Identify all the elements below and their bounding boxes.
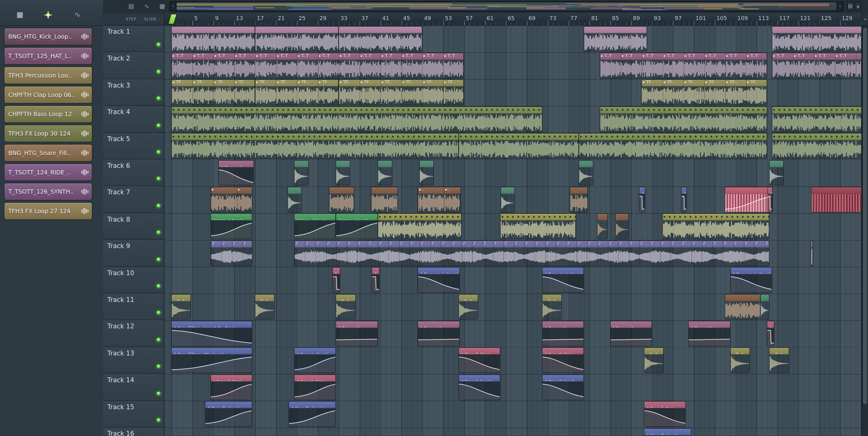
playlist-tool-icon-1[interactable]: ▤ (126, 2, 136, 11)
audio-clip[interactable]: ▸ (330, 187, 354, 212)
slide-led[interactable] (159, 17, 162, 21)
audio-clip[interactable]: ▸ T..T▸ T..T▸ T..T▸ T..T (772, 53, 861, 78)
track-header[interactable]: Track 8... (103, 213, 164, 240)
audio-clip[interactable]: ▸ (770, 160, 783, 185)
scroll-right-icon[interactable]: › (837, 2, 843, 11)
automation-clip[interactable]: ♪ Free F..Freq (542, 348, 584, 373)
playlist-tool-icon-3[interactable]: ▦ (157, 2, 167, 11)
automation-clip[interactable]: ♪ Free F..Freq (211, 375, 252, 400)
panel-toggle-icon[interactable]: ▤ (847, 1, 854, 11)
audio-clip[interactable]: ♪♪♪♪ (211, 241, 252, 266)
audio-clip[interactable]: ▸ (288, 187, 301, 212)
clip-source-item[interactable]: T_TSOTT_126_SYNTH.. (5, 183, 92, 200)
clip-source-item[interactable]: TFH3 FX Loop 30 124 (5, 125, 92, 142)
vertical-scrollbar[interactable]: ▴ (861, 13, 868, 436)
automation-clip[interactable]: ♪ Reeverb.. (219, 160, 253, 185)
audio-clip[interactable]: ▸ T..4 (336, 294, 355, 319)
audio-clip[interactable]: ▸▸▸▸▸▸▸▸▸▸▸▸▸▸▸▸▸▸▸▸▸▸▸▸▸▸▸▸▸▸▸▸▸▸▸▸ (579, 134, 767, 158)
audio-clip[interactable]: ▸▸▸▸▸▸▸▸▸▸▸▸▸▸▸ (501, 214, 576, 239)
automation-clip[interactable]: ♪ Reeverb.. (542, 321, 584, 346)
playlist-tool-icon-2[interactable]: ∿ (142, 2, 152, 11)
automation-clip[interactable]: ♪ Reeverb.. (689, 321, 730, 346)
automation-clip[interactable]: ♪ Free F..level (542, 375, 584, 400)
automation-clip[interactable]: ♪ Inse..) level (336, 214, 377, 239)
step-led[interactable] (138, 17, 142, 21)
automation-clip[interactable]: ♪ Reeverb.. (418, 321, 460, 346)
audio-clip[interactable]: ▸▸▸▸▸▸▸▸▸▸▸▸▸▸▸▸▸▸ (772, 134, 861, 158)
clip-source-item[interactable]: TFH3 Percussion Loo.. (5, 67, 92, 84)
audio-clip[interactable]: ▸▸▸▸▸▸▸▸▸▸▸▸▸▸▸▸▸▸▸▸▸ (662, 214, 769, 239)
audio-clip[interactable] (725, 187, 772, 212)
clip-source-item[interactable]: CHPFTH Clap Loop 06.. (5, 86, 92, 103)
track-header[interactable]: Track 1... (103, 26, 164, 52)
audio-clip[interactable] (172, 26, 255, 51)
automation-clip[interactable]: ♪ Inse..) level (211, 214, 252, 239)
track-mute-led[interactable] (157, 230, 160, 234)
audio-clip[interactable] (772, 26, 861, 51)
audio-clip[interactable] (339, 26, 422, 51)
clip-source-item[interactable]: BNG_HTG_Kick_Loop.. (5, 28, 92, 45)
clip-source-item[interactable]: T_TSOTT_125_HAT_L.. (5, 48, 92, 64)
automation-clip[interactable]: ♪ Reeverb.. (336, 321, 377, 346)
track-mute-led[interactable] (157, 311, 160, 315)
audio-clip[interactable]: ▸ (420, 160, 433, 185)
track-header[interactable]: Track 13... (103, 347, 164, 374)
automation-clip[interactable]: ♪ Free F..level (459, 375, 500, 400)
track-header[interactable]: Track 5... (103, 133, 164, 159)
track-mute-led[interactable] (157, 204, 160, 208)
automation-clip[interactable]: ♪ (640, 187, 645, 212)
scroll-up-icon[interactable]: ▴ (855, 1, 861, 11)
track-header[interactable]: Track 7... (103, 186, 164, 213)
playlist-overview-scrollbar[interactable]: ‹ › (169, 1, 843, 12)
audio-clip[interactable]: ▸ TF..▸ TF..▸ TF..▸ TF..▸ TF..▸ TF.. (339, 80, 464, 105)
clip-source-item[interactable]: TFH3 FX Loop 27 124 (5, 203, 92, 220)
automation-clip[interactable]: ♪ Reever..ix level (730, 267, 772, 292)
playhead-marker[interactable] (169, 14, 176, 24)
audio-clip[interactable] (725, 294, 760, 319)
audio-clip[interactable]: ▸ T..4 (255, 294, 274, 319)
timeline-ruler[interactable]: 5913172125293337414549535761656973778185… (164, 13, 861, 26)
scroll-left-icon[interactable]: ‹ (170, 2, 176, 11)
audio-clip[interactable]: ▸ TF..▸ TF..▸ TF..▸ TF..▸ TF..▸ TF.. (642, 80, 767, 105)
audio-clip[interactable]: ▸ T..4 (730, 348, 749, 373)
clip-source-item[interactable]: T_TSOTT_124_RIDE_.. (5, 164, 92, 181)
automation-clip[interactable]: ♪ Reever..ix level (418, 267, 460, 292)
audio-clip[interactable]: ▸ (597, 214, 607, 239)
track-mute-led[interactable] (157, 177, 160, 181)
menu-icon[interactable]: ▦ (15, 10, 25, 20)
track-header[interactable]: Track 10... (103, 267, 164, 293)
automation-clip[interactable]: ♪ (767, 321, 774, 346)
audio-clip[interactable]: ▸..▸.. (418, 187, 460, 212)
track-mute-led[interactable] (157, 257, 160, 261)
audio-clip[interactable]: ▸ (294, 160, 308, 185)
audio-clip[interactable]: ▸▸▸▸▸▸▸▸▸▸▸▸▸▸▸▸▸▸▸▸▸▸▸ (459, 134, 578, 158)
automation-clip[interactable]: ♪ Free F..Freq (459, 348, 500, 373)
scrollbar-corner-icon[interactable]: ▴ (862, 13, 868, 26)
track-mute-led[interactable] (157, 338, 160, 342)
audio-clip[interactable]: ▸▸ (211, 187, 252, 212)
track-header[interactable]: Track 11... (103, 293, 164, 320)
audio-clip[interactable] (811, 187, 861, 212)
automation-clip[interactable]: ♪ Free Filter - Mix level (172, 348, 252, 373)
vertical-scrollbar-handle[interactable] (863, 28, 867, 404)
automation-clip[interactable]: ♪ Reever..ix level (542, 267, 584, 292)
track-mute-led[interactable] (157, 284, 160, 288)
track-mute-led[interactable] (157, 150, 160, 154)
audio-clip[interactable]: ▸ T..4 (770, 348, 789, 373)
track-mute-led[interactable] (157, 43, 160, 47)
track-header[interactable]: Track 3... (103, 79, 164, 106)
automation-clip[interactable]: ♪ Reeve..level (294, 348, 336, 373)
audio-clip[interactable] (811, 241, 812, 266)
track-header[interactable]: Track 12... (103, 320, 164, 347)
audio-clip[interactable]: ▸ T..T▸ T..T▸ T..T▸ T..T▸ T..T▸ T..T▸ T.… (600, 53, 767, 78)
track-header[interactable]: Track 6... (103, 159, 164, 186)
audio-clip[interactable]: ▸ TF..▸ TF..▸ TF..▸ TF.. (172, 80, 255, 105)
audio-clip[interactable]: ▸ T..T▸ T..T▸ T..T▸ T..T▸ T..T▸ T..T▸ T.… (172, 53, 464, 78)
automation-clip[interactable]: ♪ Free F..Freq (644, 402, 686, 427)
automation-clip[interactable]: ♪ (372, 267, 380, 292)
audio-clip[interactable]: ▸ (570, 187, 587, 212)
audio-clip[interactable]: ▸▸▸▸▸▸▸▸▸▸▸▸▸▸▸▸ (378, 214, 461, 239)
audio-clip[interactable]: ▸ (761, 294, 769, 319)
audio-clip[interactable]: ▸ T..4 (644, 348, 663, 373)
track-header[interactable]: Track 14... (103, 374, 164, 401)
